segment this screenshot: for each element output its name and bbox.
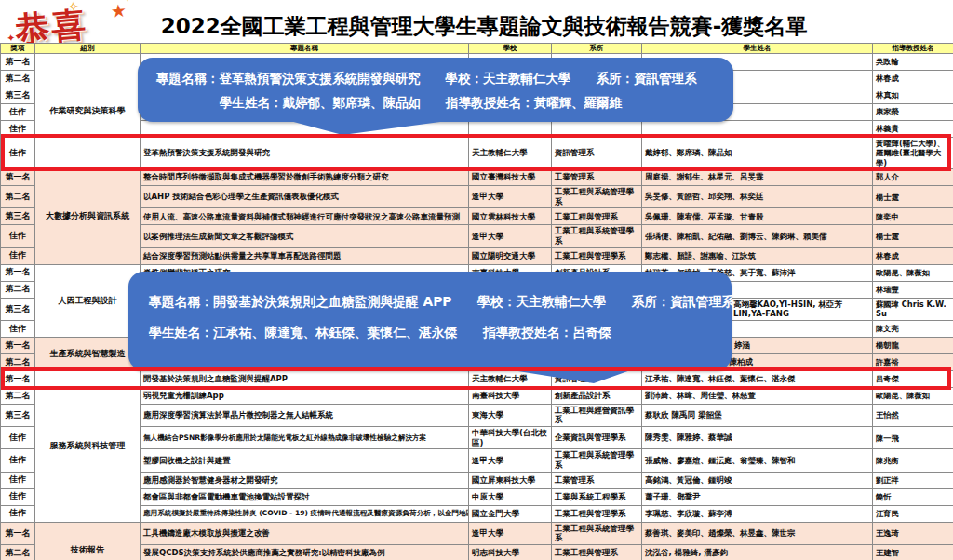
cell-school: 中華科技大學(台北校區) bbox=[469, 427, 552, 449]
cell-award: 第一名 bbox=[1, 522, 35, 544]
cell-school: 明志科技大學 bbox=[469, 544, 552, 560]
table-row: 佳作以案例推理法生成新聞文章之客觀評論模式逢甲大學工業工程與系統管理學系張瑀倢、… bbox=[1, 225, 953, 247]
cell-title: 以案例推理法生成新聞文章之客觀評論模式 bbox=[141, 225, 469, 247]
callout-box: 專題名稱：開發基於決策規則之血糖監測與提醒 APP 學校：天主教輔仁大學 系所：… bbox=[128, 272, 732, 370]
award-list-page: 恭喜 ✧ ★ ✦ ✶ 2022全國工業工程與管理大學生專題論文與技術報告競賽-獲… bbox=[0, 0, 953, 560]
cell-award: 第三名 bbox=[1, 208, 35, 225]
cell-school: 逢甲大學 bbox=[469, 186, 552, 208]
cell-school bbox=[469, 121, 552, 138]
cell-dept: 工業管理系 bbox=[552, 169, 642, 186]
cell-award: 第一名 bbox=[1, 337, 35, 353]
cell-award: 第三名 bbox=[1, 87, 35, 104]
awards-table-header: 獎項組別專題名稱學校系所學生姓名指導教授姓名 bbox=[1, 44, 953, 54]
cell-advisor: 呂奇傑 bbox=[873, 370, 953, 387]
cell-dept: 工業工程與管理系 bbox=[552, 544, 642, 560]
table-row: 第二名發展QCDS決策支持系統於供應商推薦之實務研究:以精密科技廠為例明志科技大… bbox=[1, 544, 953, 560]
cell-title: 整合時間序列特徵擷取與集成式機器學習於微創手術熟練度分類之研究 bbox=[141, 169, 469, 186]
table-row: 佳作無人機結合PSNR影像學分析應用於太陽能光電板之紅外線熱成像非破壞性檢驗之解… bbox=[1, 427, 953, 449]
cell-advisor: 陳一飛 bbox=[873, 427, 953, 449]
cell-award: 佳作 bbox=[1, 488, 35, 505]
cell-award: 佳作 bbox=[1, 505, 35, 522]
cell-students: 李珮慈、李欣璇、蘇亭溥 bbox=[642, 505, 873, 522]
cell-advisor: 林義貴 bbox=[873, 121, 953, 138]
table-row: 第一名技術報告工具機鑄造廠木模取放與搬運之改善逢甲大學工業工程與系統管理學系蔡善… bbox=[1, 522, 953, 544]
cell-title: 都會區與非都會區電動機車電池換電站設置探討 bbox=[141, 488, 469, 505]
cell-dept: 工業工程與系統管理學系 bbox=[552, 449, 642, 472]
cell-dept: 企業資訊與管理學系 bbox=[552, 427, 642, 449]
cell-advisor: 楊士霆 bbox=[873, 186, 953, 208]
cell-students: 張威翰、廖嘉煊、鍾沄庭、翁瑩臻、陳智和 bbox=[642, 449, 873, 472]
students-fragment: 高翊馨KAO,YI-HSIN, 林亞芳LIN,YA-FANG bbox=[733, 300, 869, 319]
cell-school: 國立臺灣科技大學 bbox=[469, 169, 552, 186]
table-row: 第一名服務系統與科技管理開發基於決策規則之血糖監測與提醒APP天主教輔仁大學資訊… bbox=[1, 370, 953, 387]
cell-students: 高銘鴻、黃冠倫、鍾明竣 bbox=[642, 472, 873, 488]
cell-award: 第二名 bbox=[1, 281, 35, 298]
cell-advisor: 歐陽昆、陳薇如 bbox=[873, 387, 953, 404]
cell-advisor: 吳政輪 bbox=[873, 54, 953, 71]
cell-title: 無人機結合PSNR影像學分析應用於太陽能光電板之紅外線熱成像非破壞性檢驗之解決方… bbox=[141, 427, 469, 449]
cell-advisor: 王怡然 bbox=[873, 404, 953, 426]
cell-students: 吳旻修、黃皓哲、邱奕翔、林奕廷 bbox=[642, 186, 873, 208]
cell-award: 第二名 bbox=[1, 186, 35, 208]
cell-advisor: 楊朝龍 bbox=[873, 337, 953, 353]
table-row: 第三名使用人流、高速公路車流量資料與補償式類神經進行可應付突發狀況之高速公路車流… bbox=[1, 208, 953, 225]
cell-students: 蔡善琪、麥美印、趙燦榮、林昱鑫、陳世宗 bbox=[642, 522, 873, 544]
cell-advisor: 陳奕中 bbox=[873, 208, 953, 225]
cell-students: 周庭揚、謝郁生、林星元、呂旻霖 bbox=[642, 169, 873, 186]
cell-title: 應用系統模擬於嚴重特殊傳染性肺炎 (COVID - 19) 疫情時代通報流程及醫… bbox=[141, 505, 469, 522]
cell-dept: 工業工程與經營資訊學系 bbox=[552, 404, 642, 426]
cell-school: 國立雲林科技大學 bbox=[469, 208, 552, 225]
table-row: 第三名應用深度學習演算法於單晶片微控制器之無人結帳系統東海大學工業工程與經營資訊… bbox=[1, 404, 953, 426]
cell-students: 戴婷郁、鄭席璘、陳品如 bbox=[642, 138, 873, 169]
cell-students: 吳佩珊、陳宥儒、巫孟璇、甘青殷 bbox=[642, 208, 873, 225]
column-header-students: 學生姓名 bbox=[642, 44, 873, 54]
page-title: 2022全國工業工程與管理大學生專題論文與技術報告競賽-獲獎名單 bbox=[112, 12, 856, 41]
cell-advisor: 王建智 bbox=[873, 544, 953, 560]
table-row: 第二名弱視兒童光柵訓練App南臺科技大學創新產品設計系劉沛綺、林暐、周佳瑩、林慈… bbox=[1, 387, 953, 404]
cell-school: 國立屏東科技大學 bbox=[469, 472, 552, 488]
cell-title: 使用人流、高速公路車流量資料與補償式類神經進行可應付突發狀況之高速公路車流量預測 bbox=[141, 208, 469, 225]
cell-award: 第三名 bbox=[1, 404, 35, 426]
cell-school: 東海大學 bbox=[469, 404, 552, 426]
cell-title: 以AHP 技術結合色彩心理學之生產資訊儀表板優化模式 bbox=[141, 186, 469, 208]
cell-award: 第一名 bbox=[1, 54, 35, 71]
cell-advisor: 林真如 bbox=[873, 87, 953, 104]
cell-award: 第一名 bbox=[1, 169, 35, 186]
column-header-dept: 系所 bbox=[552, 44, 642, 54]
column-header-advisor: 指導教授姓名 bbox=[873, 44, 953, 54]
cell-advisor: 劉正祥 bbox=[873, 472, 953, 488]
cell-title: 塑膠回收機之設計與建置 bbox=[141, 449, 469, 472]
cell-dept: 工業工程與管理系 bbox=[552, 208, 642, 225]
cell-group: 生產系統與智慧製造 bbox=[35, 337, 141, 370]
callout-line: 學生姓名：戴婷郁、鄭席璘、陳品如 指導教授姓名：黃曜輝、羅爾維 bbox=[220, 90, 733, 114]
cell-advisor: 陳兆衡 bbox=[873, 449, 953, 472]
cell-advisor: 饒忻 bbox=[873, 488, 953, 505]
cell-award: 佳作 bbox=[1, 320, 35, 337]
cell-students: 蔡耿欣 陳禹同 梁韶堡 bbox=[642, 404, 873, 426]
table-row: 佳作登革熱預警決策支援系統開發與研究天主教輔仁大學資訊管理系戴婷郁、鄭席璘、陳品… bbox=[1, 138, 953, 169]
star-icon: ✶ bbox=[122, 0, 131, 5]
cell-dept: 工業工程與管理學系 bbox=[552, 247, 642, 264]
table-row: 佳作應用感測器於智慧健身器材之開發研究國立屏東科技大學工業管理系高銘鴻、黃冠倫、… bbox=[1, 472, 953, 488]
cell-students: 陳秀雯、陳雅婷、蔡華誠 bbox=[642, 427, 873, 449]
cell-advisor: 林瑞豐 bbox=[873, 281, 953, 298]
cell-advisor: 江育民 bbox=[873, 505, 953, 522]
cell-award: 第一名 bbox=[1, 370, 35, 387]
cell-school: 國立陽明交通大學 bbox=[469, 247, 552, 264]
table-row: 佳作都會區與非都會區電動機車電池換電站設置探討中原大學工業與系統工程學系蕭子珊、… bbox=[1, 488, 953, 505]
cell-title: 發展QCDS決策支持系統於供應商推薦之實務研究:以精密科技廠為例 bbox=[141, 544, 469, 560]
cell-students: 張瑀倢、陳柏凱、紀佑融、劉博云、陳鈞琳、賴美儒 bbox=[642, 225, 873, 247]
table-row: 第一名大數據分析與資訊系統整合時間序列特徵擷取與集成式機器學習於微創手術熟練度分… bbox=[1, 169, 953, 186]
cell-title: 開發基於決策規則之血糖監測與提醒APP bbox=[141, 370, 469, 387]
cell-group: 技術報告 bbox=[35, 522, 141, 560]
cell-group: 大數據分析與資訊系統 bbox=[35, 169, 141, 265]
cell-advisor: 歐陽昆、陳薇如 bbox=[873, 264, 953, 281]
cell-award: 佳作 bbox=[1, 472, 35, 488]
callout-tail bbox=[501, 368, 636, 383]
cell-dept: 工業工程與管理學系 bbox=[552, 505, 642, 522]
cell-students: 鄭志權、顏語、謝惠喻、江詠筑 bbox=[642, 247, 873, 264]
cell-dept: 資訊管理系 bbox=[552, 138, 642, 169]
table-row: 第二名以AHP 技術結合色彩心理學之生產資訊儀表板優化模式逢甲大學工業工程與系統… bbox=[1, 186, 953, 208]
cell-group: 人因工程與設計 bbox=[35, 264, 141, 337]
cell-award: 第二名 bbox=[1, 544, 35, 560]
